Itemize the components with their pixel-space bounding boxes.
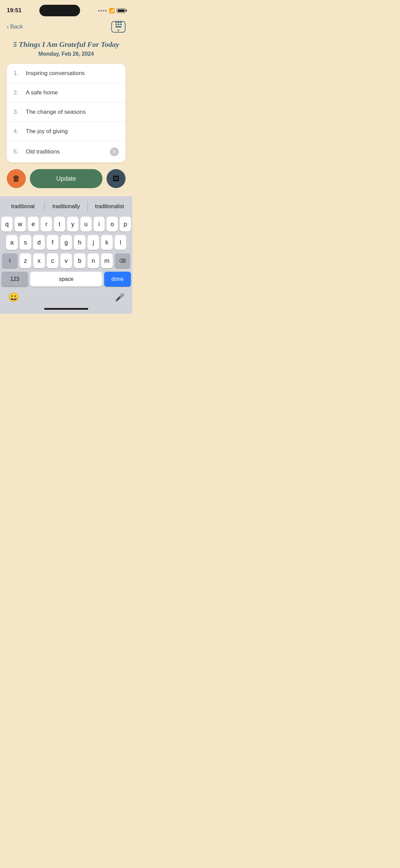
list-number-4: 4. <box>14 128 22 135</box>
list-item[interactable]: 3. The change of seasons <box>7 103 126 122</box>
list-item[interactable]: 1. Inspiring conversations <box>7 64 126 83</box>
key-n[interactable]: n <box>88 253 99 268</box>
key-q[interactable]: q <box>1 217 13 232</box>
key-row-4: 123 space done <box>1 272 131 287</box>
key-e[interactable]: e <box>28 217 39 232</box>
suggestions-row: traditional traditionally traditionalist <box>1 199 131 214</box>
list-text-4: The joy of giving <box>26 128 119 135</box>
home-bar <box>44 308 88 310</box>
backspace-key[interactable]: ⌫ <box>115 253 130 268</box>
key-f[interactable]: f <box>47 235 58 250</box>
suggestion-text-3: traditionalist <box>95 203 124 210</box>
status-icons: 📶 <box>98 8 126 13</box>
clear-item-5-button[interactable]: ✕ <box>110 147 119 156</box>
numbers-key[interactable]: 123 <box>1 272 28 287</box>
key-z[interactable]: z <box>20 253 31 268</box>
list-text-3: The change of seasons <box>26 109 119 115</box>
key-d[interactable]: d <box>33 235 45 250</box>
space-key[interactable]: space <box>30 272 102 287</box>
key-o[interactable]: o <box>107 217 118 232</box>
page-date: Monday, Feb 26, 2024 <box>0 51 132 64</box>
list-item[interactable]: 2. A safe home <box>7 83 126 103</box>
update-label: Update <box>56 175 76 182</box>
list-text-2: A safe home <box>26 89 119 96</box>
suggestion-text-2: traditionally <box>53 203 80 210</box>
wifi-icon: 📶 <box>109 8 115 13</box>
list-item-active[interactable]: 5. Old traditions ✕ <box>7 141 126 162</box>
shift-key[interactable]: ⇧ <box>2 253 18 268</box>
action-row: 🗑 Update 🖼 <box>0 169 132 196</box>
key-a[interactable]: a <box>6 235 18 250</box>
done-label: done <box>112 276 124 282</box>
key-c[interactable]: c <box>47 253 58 268</box>
key-g[interactable]: g <box>60 235 72 250</box>
nav-bar: ‹ Back ▼ <box>0 18 132 37</box>
back-button[interactable]: ‹ Back <box>7 23 23 31</box>
list-number-5: 5. <box>14 148 22 155</box>
status-bar: 19:51 📶 <box>0 0 132 18</box>
keyboard-hide-icon: ▼ <box>115 22 122 32</box>
key-b[interactable]: b <box>74 253 85 268</box>
emoji-button[interactable]: 😀 <box>8 292 19 303</box>
key-u[interactable]: u <box>80 217 92 232</box>
list-number-2: 2. <box>14 89 22 96</box>
key-row-1: q w e r t y u i o p <box>1 217 131 232</box>
back-label: Back <box>10 23 23 30</box>
keyboard-hide-button[interactable]: ▼ <box>111 21 126 33</box>
key-row-2: a s d f g h j k l <box>1 235 131 250</box>
key-w[interactable]: w <box>15 217 26 232</box>
microphone-button[interactable]: 🎤 <box>115 293 124 302</box>
list-text-5: Old traditions <box>26 148 106 155</box>
key-m[interactable]: m <box>101 253 113 268</box>
dynamic-island <box>39 5 80 16</box>
delete-button[interactable]: 🗑 <box>7 169 26 188</box>
key-y[interactable]: y <box>67 217 78 232</box>
key-k[interactable]: k <box>101 235 113 250</box>
key-i[interactable]: i <box>94 217 105 232</box>
list-item[interactable]: 4. The joy of giving <box>7 122 126 141</box>
photo-icon: 🖼 <box>113 175 119 183</box>
key-r[interactable]: r <box>41 217 52 232</box>
battery-icon <box>117 8 126 13</box>
suggestion-text-1: traditional <box>11 203 35 210</box>
key-s[interactable]: s <box>20 235 31 250</box>
key-l[interactable]: l <box>115 235 126 250</box>
key-h[interactable]: h <box>74 235 85 250</box>
suggestion-3[interactable]: traditionalist <box>88 199 131 214</box>
done-key[interactable]: done <box>104 272 131 287</box>
key-j[interactable]: j <box>88 235 99 250</box>
list-number-1: 1. <box>14 70 22 77</box>
list-number-3: 3. <box>14 109 22 115</box>
key-v[interactable]: v <box>60 253 72 268</box>
space-label: space <box>59 276 74 282</box>
signal-icon <box>98 10 107 12</box>
suggestion-2[interactable]: traditionally <box>45 199 88 214</box>
numbers-label: 123 <box>10 276 19 282</box>
suggestion-1[interactable]: traditional <box>1 199 44 214</box>
photo-button[interactable]: 🖼 <box>107 169 126 188</box>
keyboard-bottom-row: 😀 🎤 <box>1 290 131 305</box>
key-t[interactable]: t <box>54 217 65 232</box>
page-title: 5 Things I Am Grateful For Today <box>0 37 132 51</box>
gratitude-list-card: 1. Inspiring conversations 2. A safe hom… <box>7 64 126 162</box>
list-text-1: Inspiring conversations <box>26 70 119 77</box>
key-row-3: ⇧ z x c v b n m ⌫ <box>1 253 131 268</box>
trash-icon: 🗑 <box>13 174 20 183</box>
update-button[interactable]: Update <box>30 169 102 188</box>
chevron-left-icon: ‹ <box>7 23 9 31</box>
status-time: 19:51 <box>7 7 21 14</box>
key-x[interactable]: x <box>33 253 45 268</box>
keyboard: traditional traditionally traditionalist… <box>0 196 132 314</box>
home-indicator <box>1 305 131 314</box>
key-p[interactable]: p <box>120 217 131 232</box>
close-icon: ✕ <box>112 149 116 154</box>
